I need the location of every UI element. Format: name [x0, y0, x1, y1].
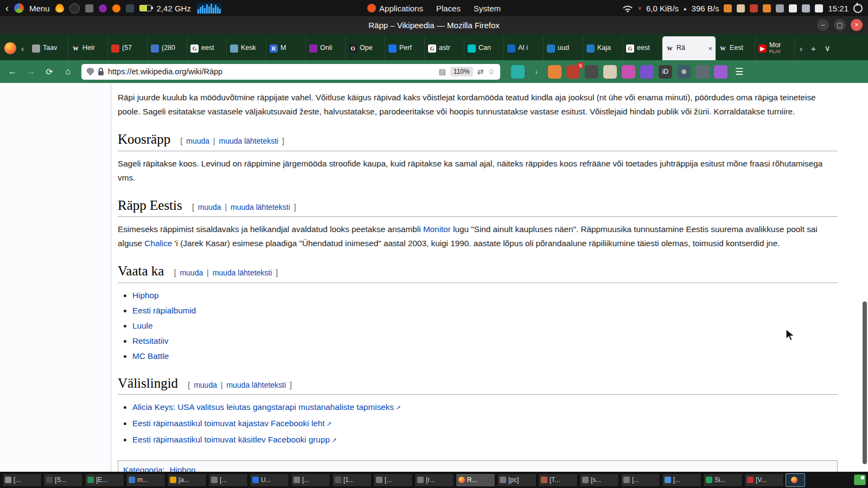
- category-hiphop-link[interactable]: Hiphop: [170, 465, 196, 472]
- edit-link[interactable]: muuda: [186, 137, 209, 145]
- edit-link[interactable]: muuda: [198, 203, 221, 211]
- search-tray-icon[interactable]: [69, 3, 80, 14]
- edit-link[interactable]: muuda: [194, 381, 217, 389]
- record-tray-icon[interactable]: [750, 4, 758, 12]
- external-link[interactable]: Eesti räpimaastikul toimuvat käsitlev Fa…: [132, 435, 330, 444]
- task-window-7[interactable]: U...: [250, 473, 289, 487]
- wiki-link[interactable]: MC Battle: [132, 351, 169, 361]
- edit-source-link[interactable]: muuda lähteteksti: [226, 381, 286, 389]
- volume-icon[interactable]: [815, 4, 823, 12]
- keyboard-indicator-icon[interactable]: [737, 4, 745, 12]
- task-window-10[interactable]: [...: [373, 473, 413, 487]
- task-window-14[interactable]: [T...: [538, 473, 578, 487]
- external-link[interactable]: Eesti räpimaastikul toimuvat kajastav Fa…: [132, 419, 325, 428]
- tab-scroll-left-button[interactable]: ‹: [17, 44, 28, 53]
- url-bar[interactable]: https://et.wikipedia.org/wiki/Räpp ▤ 110…: [81, 64, 500, 80]
- launcher-icon[interactable]: [55, 4, 64, 12]
- tab-280[interactable]: (280: [148, 36, 187, 60]
- reader-mode-icon[interactable]: ▤: [439, 67, 446, 76]
- menu-button[interactable]: Menu: [29, 4, 50, 13]
- paragraph-segment[interactable]: Chalice: [144, 239, 172, 248]
- category-label-link[interactable]: Kategooria: [123, 465, 163, 472]
- id-extension-icon[interactable]: iD: [659, 65, 672, 79]
- wiki-link[interactable]: Eesti räpialbumid: [132, 306, 196, 315]
- task-window-3[interactable]: [E...: [85, 473, 124, 487]
- panel-back-icon[interactable]: ‹: [5, 3, 9, 13]
- edit-source-link[interactable]: muuda lähteteksti: [213, 268, 272, 277]
- task-window-13[interactable]: [pc]: [497, 473, 537, 487]
- translate-icon[interactable]: ⇄: [477, 67, 484, 76]
- tab-taav[interactable]: Taav: [29, 36, 68, 60]
- filter-tray-icon[interactable]: [776, 4, 784, 12]
- downloads-icon[interactable]: ↓: [529, 65, 543, 79]
- bookmark-star-icon[interactable]: ☆: [488, 67, 495, 76]
- tab-astr[interactable]: G astr: [425, 36, 464, 60]
- wiki-link[interactable]: Hiphop: [132, 291, 158, 300]
- edit-source-link[interactable]: muuda lähteteksti: [231, 203, 290, 211]
- task-window-19[interactable]: [V...: [744, 473, 784, 487]
- close-button[interactable]: ×: [851, 19, 863, 31]
- terminal-tray-icon[interactable]: [126, 4, 134, 12]
- vlc-tray-icon[interactable]: [763, 4, 771, 12]
- clock[interactable]: 15:21: [828, 4, 848, 13]
- forward-button[interactable]: →: [23, 64, 39, 79]
- tab-eesti-2[interactable]: G eest: [623, 36, 662, 60]
- tab-kaja[interactable]: Kaja: [583, 36, 623, 60]
- tab-57[interactable]: (57: [108, 36, 148, 60]
- wiki-link[interactable]: Luule: [132, 321, 152, 330]
- tab-eest[interactable]: W Eest: [716, 36, 755, 60]
- container-extension-icon[interactable]: [695, 65, 709, 79]
- firefox-logo-icon[interactable]: [4, 42, 16, 54]
- wiki-link[interactable]: Retsitatiiv: [132, 336, 168, 345]
- tab-mor[interactable]: ▶ Mor PLAY: [755, 36, 795, 60]
- applications-menu[interactable]: Applications: [362, 0, 428, 16]
- task-window-18[interactable]: Si...: [703, 473, 743, 487]
- task-window-5[interactable]: [a...: [167, 473, 207, 487]
- adblock-icon[interactable]: 5: [566, 65, 580, 79]
- edit-link[interactable]: muuda: [180, 268, 203, 277]
- places-menu[interactable]: Places: [431, 0, 465, 16]
- calendar-extension-icon[interactable]: [603, 65, 617, 79]
- tab-perf[interactable]: Perf: [385, 36, 425, 60]
- tab-can[interactable]: Can: [464, 36, 504, 60]
- external-link[interactable]: Alicia Keys: USA valitsus leiutas gangst…: [132, 402, 394, 412]
- task-window-15[interactable]: [s...: [579, 473, 619, 487]
- task-firefox-active[interactable]: R...: [456, 473, 495, 487]
- task-window-16[interactable]: [...: [621, 473, 660, 487]
- globe-extension-icon[interactable]: ⊕: [677, 65, 691, 79]
- task-window-4[interactable]: m...: [126, 473, 165, 487]
- share-extension-icon[interactable]: [714, 65, 727, 79]
- zoom-level-button[interactable]: 110%: [450, 67, 473, 76]
- scrollbar-thumb[interactable]: [863, 301, 867, 464]
- task-window-17[interactable]: [...: [662, 473, 701, 487]
- task-firefox-pinned[interactable]: [786, 473, 805, 487]
- tab-rapp-active[interactable]: W Rä ×: [662, 36, 716, 60]
- wifi-icon[interactable]: [622, 4, 633, 12]
- media-player-tray-icon[interactable]: [99, 4, 107, 12]
- download-tray-icon[interactable]: [724, 4, 732, 12]
- bell-icon[interactable]: [789, 4, 797, 12]
- power-icon[interactable]: [853, 4, 863, 13]
- opera-tray-icon[interactable]: [112, 4, 120, 12]
- new-tab-button[interactable]: +: [807, 44, 820, 53]
- colorzilla-icon[interactable]: [622, 65, 635, 79]
- tab-scroll-right-button[interactable]: ›: [796, 44, 806, 53]
- home-button[interactable]: ⌂: [60, 64, 76, 79]
- task-window-9[interactable]: [1...: [332, 473, 372, 487]
- minimize-button[interactable]: –: [817, 19, 829, 31]
- task-window-8[interactable]: [...: [291, 473, 330, 487]
- task-window-2[interactable]: [S...: [43, 473, 83, 487]
- system-menu[interactable]: System: [469, 0, 506, 16]
- tab-close-icon[interactable]: ×: [708, 44, 712, 53]
- distro-menu-icon[interactable]: [14, 3, 24, 13]
- tab-onli[interactable]: Onli: [306, 36, 346, 60]
- tab-ai[interactable]: AI i: [504, 36, 544, 60]
- list-tabs-button[interactable]: ∨: [821, 43, 834, 53]
- lock-icon[interactable]: [98, 71, 104, 75]
- workspace-pager-icon[interactable]: [854, 474, 866, 485]
- tab-uud[interactable]: uud: [544, 36, 583, 60]
- task-window-11[interactable]: [r...: [414, 473, 454, 487]
- phone-tray-icon[interactable]: [802, 4, 810, 12]
- app-menu-icon[interactable]: ☰: [735, 66, 743, 78]
- dark-extension-icon[interactable]: [585, 65, 598, 79]
